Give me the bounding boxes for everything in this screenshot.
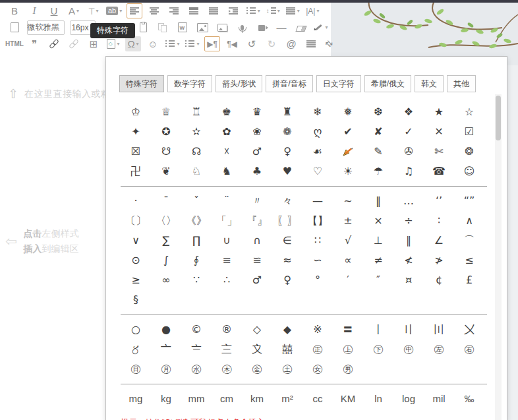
char-cell[interactable]: ≠ (363, 251, 393, 270)
char-cell[interactable]: log (393, 389, 424, 409)
char-cell[interactable]: ㊛ (302, 359, 333, 379)
char-cell[interactable]: ✫ (181, 122, 212, 142)
autotypeset-button[interactable]: |A|▾ (304, 3, 320, 18)
panel-scrollbar[interactable] (495, 94, 502, 420)
char-cell[interactable]: ♚ (212, 102, 242, 122)
char-cell[interactable]: kg (151, 389, 181, 409)
text-format-button[interactable]: T▾ (86, 3, 101, 18)
char-cell[interactable]: ♀ (272, 142, 302, 162)
char-cell-writing-hand[interactable] (333, 142, 363, 162)
char-cell[interactable]: ∞ (151, 270, 181, 290)
template-button[interactable]: ▾ (105, 36, 121, 51)
char-cell[interactable]: ± (333, 211, 363, 231)
char-cell[interactable]: ♜ (272, 102, 302, 122)
char-cell[interactable]: ☋ (151, 142, 181, 162)
char-cell[interactable]: 〥 (121, 340, 151, 359)
char-cell[interactable]: ✪ (151, 122, 181, 142)
char-cell[interactable]: ☑ (454, 122, 484, 142)
char-cell[interactable]: ☂ (363, 162, 393, 181)
char-cell[interactable]: 《》 (181, 211, 212, 231)
char-cell[interactable]: mil (424, 389, 454, 409)
char-cell[interactable]: 卍 (121, 162, 151, 181)
clipboard-button[interactable] (135, 20, 151, 35)
char-cell[interactable]: ln (363, 389, 393, 409)
char-cell[interactable]: ღ (302, 122, 333, 142)
char-cell[interactable]: ㊏ (272, 359, 302, 379)
scrollbar-thumb[interactable] (496, 96, 501, 140)
align-justify-button[interactable] (206, 3, 221, 18)
unordered-list-button[interactable]: ▾ (185, 36, 200, 51)
char-cell[interactable]: 〈〉 (151, 211, 181, 231)
char-cell[interactable]: ㊤ (333, 340, 363, 359)
char-cell[interactable]: ☀ (333, 162, 363, 181)
char-cell[interactable]: ‰ (454, 389, 484, 409)
char-cell[interactable]: 〨 (212, 340, 242, 359)
char-cell[interactable]: ∽ (302, 251, 333, 270)
char-cell[interactable]: ♀ (272, 270, 302, 290)
mention-button[interactable]: @ (283, 36, 299, 51)
char-cell[interactable]: 〡 (363, 320, 393, 340)
highlight-button[interactable]: ab▾ (105, 3, 123, 18)
italic-button[interactable]: I (26, 3, 42, 18)
char-cell[interactable]: √ (333, 231, 363, 251)
align-justify-heavy-button[interactable] (186, 3, 202, 18)
editor-content-area[interactable]: ⇧ 在这里直接输入或粘 ⇦ 点击左侧样式 插入到编辑区 (0, 56, 106, 420)
ordered-list-button[interactable]: ▾ (165, 36, 181, 51)
char-cell[interactable]: 々 (272, 191, 302, 211)
char-cell[interactable]: · (121, 191, 151, 211)
table-button[interactable]: ⊞ (86, 36, 101, 51)
font-color-button[interactable]: A▾ (66, 3, 82, 18)
char-cell[interactable]: ¢ (424, 270, 454, 290)
word-import-button[interactable] (175, 20, 190, 35)
hr-button[interactable]: — (273, 20, 289, 35)
char-cell[interactable]: ㊌ (181, 359, 212, 379)
char-cell[interactable]: ☺ (454, 162, 484, 181)
char-cell[interactable]: ㊎ (242, 359, 272, 379)
char-cell[interactable]: 〃 (242, 191, 272, 211)
char-cell[interactable]: 〖〗 (272, 211, 302, 231)
char-cell[interactable]: ‘’ (424, 191, 454, 211)
char-cell[interactable]: ˉ (151, 191, 181, 211)
char-cell[interactable]: ∫ (151, 251, 181, 270)
char-cell[interactable]: ∪ (212, 231, 242, 251)
char-cell[interactable]: ∶ (424, 211, 454, 231)
tab-korean[interactable]: 韩文 (415, 75, 444, 92)
char-cell[interactable]: ≤ (454, 251, 484, 270)
char-cell[interactable]: ✘ (363, 122, 393, 142)
char-cell[interactable]: ∵ (181, 270, 212, 290)
redo-button[interactable]: ↻ (264, 36, 279, 51)
char-cell[interactable]: ❂ (454, 142, 484, 162)
indent-button[interactable] (225, 3, 241, 18)
font-family-select[interactable]: 微软雅黑 (27, 20, 65, 35)
char-cell[interactable]: ♡ (302, 162, 333, 181)
char-cell[interactable]: 〣 (424, 320, 454, 340)
char-cell[interactable]: mm (181, 389, 212, 409)
char-cell[interactable]: ㊣ (302, 340, 333, 359)
line-height-button[interactable]: ▾ (265, 3, 281, 18)
paste-button[interactable] (155, 20, 171, 35)
char-cell[interactable]: ~ (333, 191, 363, 211)
char-cell[interactable]: ● (151, 320, 181, 340)
char-cell[interactable]: ÷ (393, 211, 424, 231)
char-cell[interactable]: ✦ (121, 122, 151, 142)
char-cell[interactable]: 〩 (242, 340, 272, 359)
char-cell[interactable]: ❅ (333, 102, 363, 122)
char-cell[interactable]: ∑ (151, 231, 181, 251)
eraser-button[interactable] (293, 20, 309, 35)
tab-other[interactable]: 其他 (447, 75, 476, 92)
char-cell[interactable]: ❦ (151, 162, 181, 181)
char-cell[interactable]: ㊚ (333, 359, 363, 379)
char-cell[interactable]: ❖ (393, 102, 424, 122)
char-cell[interactable]: § (121, 290, 151, 310)
char-cell[interactable]: ® (212, 320, 242, 340)
char-cell[interactable]: ✇ (393, 142, 424, 162)
char-cell[interactable]: ∨ (121, 231, 151, 251)
unlink-button[interactable] (66, 36, 82, 51)
html-source-button[interactable]: HTML (7, 36, 22, 51)
char-cell[interactable]: 〤 (454, 320, 484, 340)
align-right-button[interactable] (166, 3, 182, 18)
char-cell[interactable]: KM (333, 389, 363, 409)
tab-greek-russian[interactable]: 希腊/俄文 (364, 75, 411, 92)
list-style-button[interactable]: ▾ (245, 3, 261, 18)
char-cell[interactable]: ♫ (393, 162, 424, 181)
